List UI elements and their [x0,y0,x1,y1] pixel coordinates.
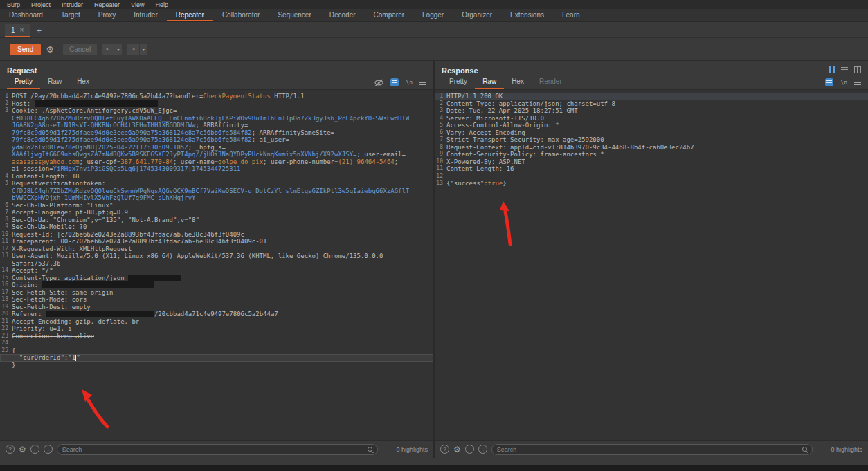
tab-organizer[interactable]: Organizer [453,9,501,21]
editor-line: 8Request-Context: appId=cid-v1:814b3970-… [435,144,868,151]
view-tab-render[interactable]: Render [532,75,570,89]
line-number: 20 [0,311,8,318]
request-highlights-count: 0 highlights [382,446,428,453]
tab-comparer[interactable]: Comparer [365,9,413,21]
editor-menu-icon[interactable] [419,80,426,85]
session-tab-label: 1 [11,26,15,34]
newline-toggle-icon[interactable]: \n [840,80,847,86]
code-text: 79fc8c9d059d1f275dfaee94d0e3cee6a990a75a… [12,136,252,143]
editor-line: ai_session=YiRHpx7nviP3iGSQCs5Lq6|174534… [0,165,433,173]
help-icon[interactable]: ? [6,445,15,454]
close-icon[interactable]: × [20,26,24,34]
menu-item-view[interactable]: View [125,1,150,8]
menu-item-project[interactable]: Project [26,1,56,8]
editor-line: ydaHo2blxRRlew78eOjhNU|2025-04-22T17:30:… [0,144,433,151]
add-tab-button[interactable]: + [33,24,45,37]
editor-line: 18Sec-Fetch-Mode: cors [0,296,433,304]
view-tab-pretty[interactable]: Pretty [442,75,475,89]
next-match-icon[interactable]: → [44,445,53,454]
previous-match-icon[interactable]: ← [465,445,474,454]
back-button[interactable]: < ▾ [102,44,122,55]
chevron-down-icon[interactable]: ▾ [139,44,147,55]
back-button-label[interactable]: < [102,44,114,55]
response-editor[interactable]: 1HTTP/1.1 200 OK2Content-Type: applicati… [435,90,868,440]
code-text: HTTP/1.1 [271,93,305,100]
session-tab-bar: 1 × + [0,22,868,38]
line-number: 13 [435,180,443,187]
search-settings-gear-icon[interactable]: ⚙ [453,445,461,454]
cancel-button[interactable]: Cancel [63,44,97,55]
tab-logger[interactable]: Logger [413,9,453,21]
forward-button[interactable]: > ▾ [127,44,147,55]
line-number: 18 [0,296,8,304]
search-settings-gear-icon[interactable]: ⚙ [19,445,26,454]
request-search-input[interactable] [62,446,365,453]
line-number: 2 [435,100,443,108]
previous-match-icon[interactable]: ← [30,445,39,454]
chevron-down-icon[interactable]: ▾ [114,44,122,55]
editor-line: 20Referer: /20cbbad4a71c4e9497e7806c5a2b… [0,311,433,318]
code-text: ai_session= [12,165,53,172]
editor-line: 21Accept-Encoding: gzip, deflate, br [0,318,433,326]
code-text: Accept: */* [12,267,53,274]
tab-extensions[interactable]: Extensions [501,9,553,21]
forward-button-label[interactable]: > [127,44,138,55]
editor-menu-icon[interactable] [854,80,861,85]
pretty-print-icon[interactable] [390,78,399,86]
response-search-box[interactable] [491,444,813,455]
request-editor[interactable]: 1POST /Pay/20cbbad4a71c4e9497e7806c5a2b4… [0,90,433,440]
tab-proxy[interactable]: Proxy [89,9,125,21]
layout-list-icon[interactable] [841,67,848,73]
send-button[interactable]: Send [10,44,41,55]
request-search-bar: ? ⚙ ← → 0 highlights [0,440,433,458]
code-text: } [503,180,506,187]
line-number [0,122,8,129]
code-text: POST /Pay/20cbbad4a71c4e9497e7806c5a2b44… [12,93,203,100]
code-text: "curOrderId":"1 [12,354,75,361]
tab-intruder[interactable]: Intruder [125,9,166,21]
tab-repeater[interactable]: Repeater [167,9,213,21]
view-tab-pretty[interactable]: Pretty [7,75,40,89]
next-match-icon[interactable]: → [478,445,487,454]
view-tab-raw[interactable]: Raw [40,75,69,89]
code-text: Request-Context: appId=cid-v1:814b3970-9… [446,144,694,151]
newline-toggle-icon[interactable]: \n [406,80,413,86]
menu-item-repeater[interactable]: Repeater [89,1,125,8]
code-text: Referer: [12,311,46,317]
line-number [0,260,8,268]
line-number: 10 [0,231,8,239]
editor-line: 15Content-Type: application/json [0,275,433,282]
request-search-box[interactable] [57,444,378,455]
editor-line: 4Content-Length: 18 [0,173,433,181]
session-tab-1[interactable]: 1 × [5,24,30,37]
code-text: Request-Id: |c702be662e0243e2a8893bf43fd… [12,231,244,238]
line-number: 8 [0,216,8,224]
line-number: 1 [435,93,443,100]
view-tab-hex[interactable]: Hex [504,75,532,89]
code-text: User-Agent: Mozilla/5.0 (X11; Linux x86_… [12,252,383,259]
tab-decoder[interactable]: Decoder [320,9,365,21]
code-text: Requestverificationtoken: [12,180,105,187]
editor-line: CfDJ8LC4qh7ZDbZMuRdzvOQOleuCkSwnnWPgNqsA… [0,187,433,195]
line-number: 7 [0,209,8,216]
tab-sequencer[interactable]: Sequencer [269,9,320,21]
view-tab-raw[interactable]: Raw [475,75,504,89]
pause-updates-icon[interactable] [829,66,835,73]
tab-collaborator[interactable]: Collaborator [213,9,269,21]
layout-columns-icon[interactable] [854,66,861,73]
tab-dashboard[interactable]: Dashboard [0,9,52,21]
menu-item-help[interactable]: Help [150,1,174,8]
pretty-print-icon[interactable] [825,78,833,86]
view-tab-hex[interactable]: Hex [69,75,97,89]
tab-learn[interactable]: Learn [553,9,589,21]
menu-item-burp[interactable]: Burp [1,1,26,8]
menu-item-intruder[interactable]: Intruder [56,1,89,8]
hide-eye-icon[interactable] [374,79,383,86]
line-number: 11 [435,165,443,173]
code-text: asasasas@yahoo.com [12,158,80,165]
tab-target[interactable]: Target [52,9,89,21]
help-icon[interactable]: ? [440,445,449,454]
gear-icon[interactable]: ⚙ [46,45,54,54]
request-panel: Request PrettyRawHex \n 1POST /Pay/20cbb… [0,61,433,458]
response-search-input[interactable] [497,446,799,453]
